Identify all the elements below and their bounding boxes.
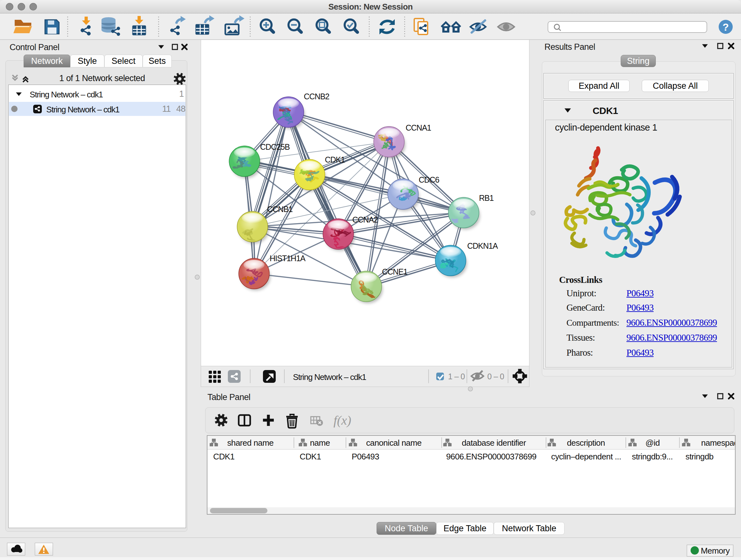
- svg-text:CCNB2: CCNB2: [304, 92, 329, 101]
- svg-text:f(x): f(x): [333, 413, 351, 428]
- svg-text:CDC25B: CDC25B: [260, 142, 290, 151]
- svg-text:CCNB1: CCNB1: [267, 205, 293, 213]
- svg-text:CDKN1A: CDKN1A: [467, 241, 498, 250]
- svg-text:?: ?: [723, 21, 729, 33]
- svg-text:CCNA1: CCNA1: [406, 123, 431, 132]
- svg-text:RB1: RB1: [479, 193, 494, 202]
- svg-text:HIST1H1A: HIST1H1A: [270, 254, 306, 263]
- svg-text:CCNA2: CCNA2: [352, 215, 378, 224]
- svg-text:CDK1: CDK1: [325, 155, 345, 164]
- svg-text:CDC6: CDC6: [419, 175, 439, 184]
- svg-text:CCNE1: CCNE1: [382, 267, 408, 276]
